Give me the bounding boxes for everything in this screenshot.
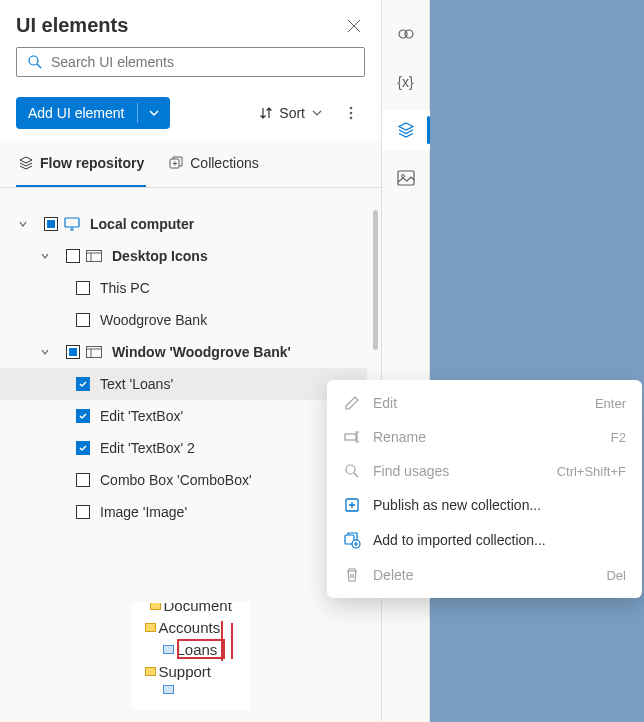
sort-icon [259, 106, 273, 120]
ui-elements-panel: UI elements Add UI element [0, 0, 382, 722]
checkbox[interactable] [76, 281, 90, 295]
svg-point-11 [401, 175, 404, 178]
tree-node-image[interactable]: Image 'Image' [0, 496, 367, 528]
svg-point-3 [350, 117, 353, 120]
page-title: UI elements [16, 14, 128, 37]
scrollbar-thumb[interactable] [373, 210, 378, 350]
tab-flow-repository[interactable]: Flow repository [16, 141, 146, 187]
edit-icon [344, 395, 360, 411]
svg-point-2 [350, 112, 353, 115]
add-ui-element-button[interactable]: Add UI element [16, 97, 170, 129]
import-collection-icon [343, 531, 361, 549]
element-preview: Document Accounts Loans Support [0, 602, 381, 722]
tabs: Flow repository Collections [0, 141, 381, 188]
svg-point-0 [29, 56, 38, 65]
checkbox[interactable] [76, 473, 90, 487]
checkbox[interactable] [76, 377, 90, 391]
tree-node-window-woodgrove[interactable]: Window 'Woodgrove Bank' [0, 336, 367, 368]
chevron-down-icon [18, 219, 28, 229]
rail-variables[interactable]: {x} [382, 62, 430, 102]
checkbox[interactable] [76, 505, 90, 519]
context-menu: Edit Enter Rename F2 Find usages Ctrl+Sh… [327, 380, 642, 598]
checkbox[interactable] [76, 441, 90, 455]
more-vertical-icon [343, 105, 359, 121]
canvas-background [430, 0, 644, 722]
tree-node-edit-textbox[interactable]: Edit 'TextBox' [0, 400, 367, 432]
tab-collections[interactable]: Collections [166, 141, 260, 187]
rail-copilot[interactable] [382, 14, 430, 54]
window-icon [86, 346, 102, 358]
search-input[interactable] [51, 54, 354, 70]
window-icon [86, 250, 102, 262]
rail-images[interactable] [382, 158, 430, 198]
checkbox[interactable] [76, 409, 90, 423]
more-options-button[interactable] [337, 99, 365, 127]
close-button[interactable] [343, 15, 365, 37]
rail-ui-elements[interactable] [382, 110, 430, 150]
copilot-icon [397, 25, 415, 43]
tree-node-local-computer[interactable]: Local computer [0, 208, 367, 240]
layers-icon [397, 121, 415, 139]
delete-icon [344, 567, 360, 583]
side-rail: {x} [382, 0, 430, 722]
svg-rect-7 [87, 347, 102, 358]
monitor-icon [64, 217, 80, 231]
image-icon [397, 170, 415, 186]
add-collection-icon [344, 497, 360, 513]
add-ui-element-dropdown[interactable] [138, 99, 170, 127]
preview-thumbnail: Document Accounts Loans Support [132, 602, 250, 710]
chevron-down-icon [311, 107, 323, 119]
svg-rect-12 [345, 434, 356, 440]
svg-point-1 [350, 107, 353, 110]
search-icon [27, 54, 43, 70]
close-icon [347, 19, 361, 33]
collections-icon [168, 155, 184, 171]
menu-item-publish-collection[interactable]: Publish as new collection... [327, 488, 642, 522]
tree-node-woodgrove-bank[interactable]: Woodgrove Bank [0, 304, 367, 336]
menu-item-delete[interactable]: Delete Del [327, 558, 642, 592]
chevron-down-icon [40, 347, 50, 357]
tree-node-desktop-icons[interactable]: Desktop Icons [0, 240, 367, 272]
variables-icon: {x} [397, 74, 413, 90]
checkbox[interactable] [66, 345, 80, 359]
checkbox[interactable] [76, 313, 90, 327]
menu-item-edit[interactable]: Edit Enter [327, 386, 642, 420]
tree-node-edit-textbox-2[interactable]: Edit 'TextBox' 2 [0, 432, 367, 464]
svg-point-13 [346, 465, 355, 474]
checkbox[interactable] [44, 217, 58, 231]
svg-rect-6 [87, 251, 102, 262]
rename-icon [344, 429, 360, 445]
search-icon [344, 463, 360, 479]
menu-item-find-usages[interactable]: Find usages Ctrl+Shift+F [327, 454, 642, 488]
tree-view: Local computer Desktop Icons This PC Woo… [0, 188, 381, 602]
layers-icon [18, 155, 34, 171]
menu-item-add-to-imported[interactable]: Add to imported collection... [327, 522, 642, 558]
tree-node-text-loans[interactable]: Text 'Loans' [0, 368, 367, 400]
menu-item-rename[interactable]: Rename F2 [327, 420, 642, 454]
svg-rect-5 [65, 218, 79, 227]
sort-button[interactable]: Sort [253, 99, 329, 127]
chevron-down-icon [40, 251, 50, 261]
checkbox[interactable] [66, 249, 80, 263]
chevron-down-icon [148, 107, 160, 119]
tree-node-combo-box[interactable]: Combo Box 'ComboBox' [0, 464, 367, 496]
svg-point-9 [405, 30, 413, 38]
tree-node-this-pc[interactable]: This PC [0, 272, 367, 304]
search-box[interactable] [16, 47, 365, 77]
